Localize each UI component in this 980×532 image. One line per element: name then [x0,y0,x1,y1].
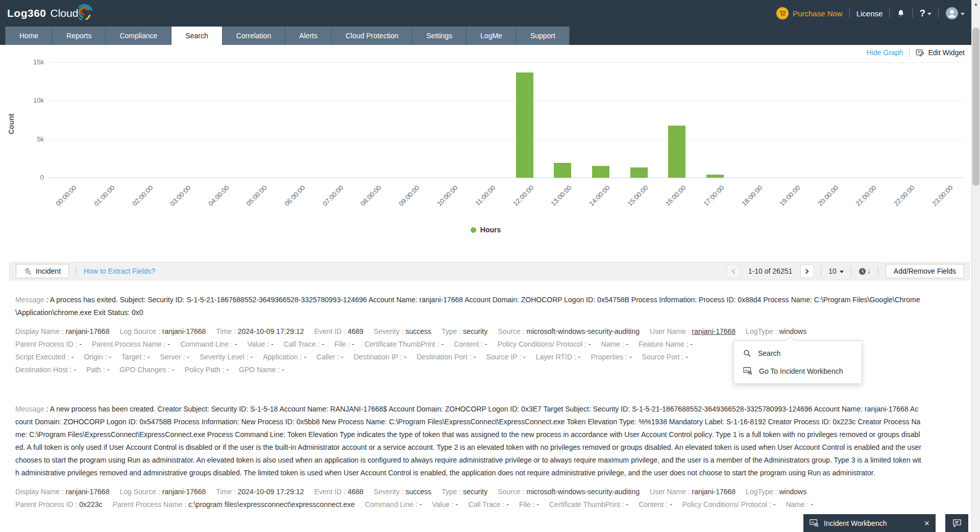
tab-logme[interactable]: LogMe [467,27,517,45]
tab-reports[interactable]: Reports [53,27,106,45]
purchase-now-button[interactable]: Purchase Now [776,7,843,19]
field-value: ranjani-17668 [162,327,206,335]
field-command-line: Command Line : - [365,500,422,509]
field-file: File : - [519,500,539,509]
tab-compliance[interactable]: Compliance [106,27,172,45]
field-call-trace: Call Trace : - [284,340,324,348]
field-separator: : [316,340,322,348]
field-label: Target [121,353,141,361]
field-value: security [463,327,487,335]
header-actions: Purchase Now License ? [776,7,965,20]
scrollbar-up-arrow[interactable]: ▲ [972,2,980,7]
graph-section: Hide Graph Edit Widget Count Hours 05k10… [0,45,980,255]
bar-16:00:00 [668,126,685,178]
field-label: Certificate ThumbPrint [549,500,620,509]
field-value: security [463,488,487,496]
field-name: Name : - [786,500,813,509]
tab-cloud-protection[interactable]: Cloud Protection [332,27,413,45]
workbench-close-button[interactable]: × [920,519,929,528]
edit-widget-button[interactable]: Edit Widget [916,49,965,57]
field-value: Value : - [248,340,274,348]
app-logo: Log360 Cloud [7,5,93,22]
add-remove-fields-button[interactable]: Add/Remove Fields [886,264,964,278]
field-separator: : [620,500,626,509]
field-separator: : [103,353,109,361]
incident-workbench-bar[interactable]: Incident Workbench × [803,514,936,532]
log-record: Message : A new process has been created… [15,403,921,511]
field-value: ranjani-17668 [162,488,206,496]
context-menu-item-label: Go To Incident Workbench [759,367,843,375]
tab-alerts[interactable]: Alerts [285,27,332,45]
divider [76,266,77,276]
tab-correlation[interactable]: Correlation [223,27,285,45]
field-value: - [168,340,170,348]
field-label: Application [263,353,298,361]
graph-controls: Hide Graph Edit Widget [867,48,965,57]
field-separator: : [298,353,304,361]
logo-text-primary: Log360 [7,7,46,19]
scrollbar-thumb[interactable] [972,28,979,186]
help-menu-button[interactable]: ? [919,8,932,19]
notifications-button[interactable] [896,9,905,18]
field-value: - [773,500,776,509]
sort-by-time-button[interactable]: ↓ [859,267,871,275]
field-label: Event ID [314,488,342,496]
how-to-extract-fields-link[interactable]: How to Extract Fields? [84,267,155,275]
field-label: Parent Process ID [15,340,74,348]
context-menu-item-go-to-incident-workbench[interactable]: Go To Incident Workbench [734,362,862,380]
hide-graph-link[interactable]: Hide Graph [867,49,903,57]
field-separator: : [60,488,66,496]
app-header: Log360 Cloud Purchase Now License [0,0,980,27]
feedback-chat-button[interactable] [945,514,968,532]
incident-button[interactable]: Incident [16,264,69,278]
field-value: - [442,340,444,348]
field-source-ip: Source IP : - [486,353,526,361]
field-separator: : [620,340,626,348]
field-label: Source [498,488,520,496]
gridline [48,62,963,63]
avatar-icon [945,7,959,20]
page-size-select[interactable]: 10 [828,267,844,275]
tab-settings[interactable]: Settings [412,27,467,45]
gridline [48,101,963,101]
tab-search[interactable]: Search [172,27,222,45]
field-value: - [629,353,632,361]
field-label: Call Trace [469,500,501,509]
add-remove-fields-label: Add/Remove Fields [894,267,956,275]
y-axis-tick: 10k [8,96,44,104]
vertical-scrollbar[interactable]: ▲ [971,0,980,532]
tab-home[interactable]: Home [5,27,53,45]
field-label: Destination Host [15,366,68,374]
field-server: Server : - [160,353,189,361]
field-value: 4688 [348,488,363,496]
results-toolbar: Incident How to Extract Fields? 1-10 of … [9,262,970,280]
field-value: - [79,340,82,348]
field-file: File : - [334,340,354,348]
user-menu-button[interactable] [945,7,965,20]
license-link[interactable]: License [856,9,883,18]
field-value: - [578,353,581,361]
field-label: Severity [374,327,400,335]
field-separator: : [805,500,811,509]
tab-support[interactable]: Support [517,27,570,45]
field-value: - [341,353,344,361]
field-parent-process-name: Parent Process Name : - [92,340,170,348]
field-separator: : [101,366,107,374]
field-event-id: Event ID : 4689 [314,327,364,335]
field-separator: : [232,488,238,496]
field-label: GPO Name [239,366,276,374]
context-menu-item-search[interactable]: Search [734,345,862,362]
field-separator: : [335,353,341,361]
user-name-link[interactable]: ranjani-17668 [692,327,736,335]
field-label: Destination IP [354,353,398,361]
field-separator: : [400,327,406,335]
next-page-button[interactable] [800,264,814,278]
field-label: GPO Changes [119,366,166,374]
field-value: - [456,500,458,509]
bar-15:00:00 [630,167,648,178]
field-label: Layer RTID [536,353,572,361]
previous-page-button[interactable] [727,264,740,278]
field-value: success [405,327,431,335]
main-nav: HomeReportsComplianceSearchCorrelationAl… [0,27,980,45]
bar-13:00:00 [554,163,571,178]
